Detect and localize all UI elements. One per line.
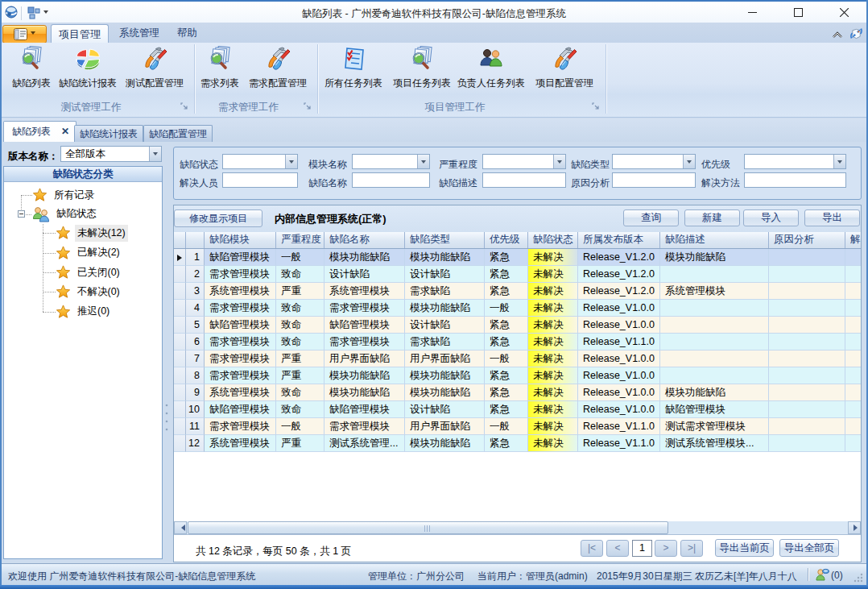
column-header-缺陷类型[interactable]: 缺陷类型 xyxy=(405,232,485,248)
ribbon-button-项目任务列表[interactable]: 项目任务列表 xyxy=(393,46,451,90)
column-header-缺陷状态[interactable]: 缺陷状态 xyxy=(528,232,578,248)
table-row-3[interactable]: 3系统管理模块严重系统管理模块需求缺陷紧急未解决Release_V1.2.0系统… xyxy=(174,283,861,300)
document-tab-2[interactable]: 缺陷统计报表 xyxy=(74,125,143,142)
combobox-arrow-icon[interactable] xyxy=(285,155,297,168)
toolbar-button-新建[interactable]: 新建 xyxy=(684,209,740,226)
ribbon-tab-1[interactable]: 项目管理 xyxy=(51,24,109,43)
splitter-handle[interactable] xyxy=(165,403,168,432)
filter-input-缺陷名称[interactable] xyxy=(352,172,430,188)
table-row-7[interactable]: 7需求管理模块严重用户界面缺陷用户界面缺陷一般未解决Release_V1.0.0 xyxy=(174,350,861,367)
ribbon-button-需求配置管理[interactable]: 需求配置管理 xyxy=(249,46,307,90)
next-page-button[interactable]: > xyxy=(655,540,677,557)
last-page-button[interactable]: >| xyxy=(680,540,703,557)
previous-page-button[interactable]: < xyxy=(606,540,629,557)
table-row-5[interactable]: 5缺陷管理模块致命缺陷管理模块设计缺陷紧急未解决Release_V1.0.0 xyxy=(174,317,861,334)
star-icon xyxy=(56,265,71,280)
filter-input-原因分析[interactable] xyxy=(612,172,696,188)
close-button[interactable] xyxy=(836,4,852,20)
scrollbar-thumb[interactable] xyxy=(188,521,668,534)
table-row-8[interactable]: 8需求管理模块严重模块功能缺陷模块功能缺陷紧急未解决Release_V1.0.0 xyxy=(174,367,861,384)
filter-select-缺陷类型[interactable] xyxy=(612,154,696,169)
document-tab-3[interactable]: 缺陷配置管理 xyxy=(143,125,213,142)
tree-item-不解决(0)[interactable]: 不解决(0) xyxy=(56,284,122,300)
ribbon-tab-3[interactable]: 帮助 xyxy=(171,24,204,43)
collapse-ribbon-icon[interactable] xyxy=(832,31,843,39)
filter-select-模块名称[interactable] xyxy=(352,154,430,169)
filter-input-缺陷描述[interactable] xyxy=(482,172,566,188)
ribbon-button-缺陷列表[interactable]: 缺陷列表 xyxy=(12,46,51,90)
tree-item-缺陷状态[interactable]: 缺陷状态 xyxy=(32,206,99,222)
page-number-input[interactable]: 1 xyxy=(632,540,652,557)
filter-select-优先级[interactable] xyxy=(744,154,846,169)
table-row-12[interactable]: 12系统管理模块严重测试系统管理...模块功能缺陷紧急未解决Release_V1… xyxy=(174,435,861,452)
horizontal-scrollbar[interactable] xyxy=(174,521,861,535)
tab-close-icon[interactable]: ✕ xyxy=(61,126,69,137)
table-row-2[interactable]: 2需求管理模块致命设计缺陷设计缺陷紧急未解决Release_V1.2.0 xyxy=(174,266,861,283)
filter-select-缺陷状态[interactable] xyxy=(222,154,298,169)
document-tab-1[interactable]: 缺陷列表✕ xyxy=(3,121,76,142)
table-row-11[interactable]: 11需求管理模块一般需求管理模块用户界面缺陷一般未解决Release_V1.1.… xyxy=(174,418,861,435)
cell-优先级: 一般 xyxy=(485,418,528,435)
ribbon-group-label: 项目管理工作 xyxy=(320,101,590,114)
cell-缺陷名称: 缺陷管理模块 xyxy=(324,401,405,418)
row-indicator-cell xyxy=(174,435,186,452)
table-row-10[interactable]: 10缺陷管理模块致命缺陷管理模块设计缺陷紧急未解决Release_V1.0.0缺… xyxy=(174,401,861,418)
column-header-所属发布版本[interactable]: 所属发布版本 xyxy=(578,232,660,248)
combobox-arrow-icon[interactable] xyxy=(683,155,695,168)
dialog-launcher-icon[interactable] xyxy=(592,102,600,110)
resize-grip[interactable] xyxy=(854,573,863,583)
column-header-缺陷模块[interactable]: 缺陷模块 xyxy=(205,232,276,248)
switch-window-icon[interactable] xyxy=(850,27,862,39)
column-header-原因分析[interactable]: 原因分析 xyxy=(769,232,845,248)
version-combobox-arrow-icon[interactable] xyxy=(149,147,161,161)
ribbon-button-所有任务列表[interactable]: 所有任务列表 xyxy=(324,46,382,90)
table-row-6[interactable]: 6需求管理模块致命需求管理模块需求缺陷紧急未解决Release_V1.1.0 xyxy=(174,334,861,350)
modify-display-items-button[interactable]: 修改显示项目 xyxy=(174,209,262,227)
table-row-9[interactable]: 9系统管理模块致命模块功能缺陷模块功能缺陷紧急未解决Release_V1.0.0… xyxy=(174,384,861,401)
filter-input-解决方法[interactable] xyxy=(744,172,846,188)
table-row-1[interactable]: 1缺陷管理模块一般模块功能缺陷模块功能缺陷紧急未解决Release_V1.2.0… xyxy=(174,249,861,266)
maximize-button[interactable] xyxy=(790,4,806,20)
tree-item-已关闭(0)[interactable]: 已关闭(0) xyxy=(56,264,122,280)
defect-status-tree: 所有记录缺陷状态未解决(12)已解决(2)已关闭(0)不解决(0)推迟(0) xyxy=(4,182,162,558)
table-row-4[interactable]: 4需求管理模块致命需求管理模块模块功能缺陷一般未解决Release_V1.0.0 xyxy=(174,300,861,317)
filter-input-解决人员[interactable] xyxy=(222,172,298,188)
combobox-arrow-icon[interactable] xyxy=(553,155,565,168)
combobox-arrow-icon[interactable] xyxy=(417,155,429,168)
application-menu-button[interactable] xyxy=(2,25,47,44)
toolbar-button-查询[interactable]: 查询 xyxy=(623,209,679,226)
scroll-right-button[interactable] xyxy=(848,521,861,534)
tree-item-未解决(12)[interactable]: 未解决(12) xyxy=(56,225,128,241)
ribbon-button-需求列表[interactable]: 需求列表 xyxy=(200,46,239,90)
toolbar-button-导出[interactable]: 导出 xyxy=(804,209,860,226)
ribbon-button-测试配置管理[interactable]: 测试配置管理 xyxy=(126,46,184,90)
column-header-优先级[interactable]: 优先级 xyxy=(485,232,528,248)
ribbon-button-项目配置管理[interactable]: 项目配置管理 xyxy=(535,46,593,90)
combobox-arrow-icon[interactable] xyxy=(833,155,845,168)
cell-严重程度: 致命 xyxy=(276,317,324,334)
tree-expander-icon[interactable] xyxy=(18,210,25,218)
minimize-button[interactable] xyxy=(744,4,760,20)
column-header-严重程度[interactable]: 严重程度 xyxy=(276,232,324,248)
cell-缺陷名称: 系统管理模块 xyxy=(324,283,405,300)
ribbon-button-负责人任务列表[interactable]: 负责人任务列表 xyxy=(457,46,525,90)
cell-原因分析 xyxy=(769,367,845,384)
tree-item-所有记录[interactable]: 所有记录 xyxy=(32,187,97,203)
version-combobox[interactable]: 全部版本 xyxy=(60,146,162,162)
dialog-launcher-icon[interactable] xyxy=(304,102,312,110)
dialog-launcher-icon[interactable] xyxy=(180,102,188,110)
tree-item-推迟(0)[interactable]: 推迟(0) xyxy=(56,304,112,320)
column-header-解决方法[interactable]: 解决方法 xyxy=(845,232,861,248)
app-menu-dropdown-icon xyxy=(31,31,35,37)
scroll-left-button[interactable] xyxy=(174,521,187,534)
column-header-缺陷描述[interactable]: 缺陷描述 xyxy=(660,232,769,248)
toolbar-button-导入[interactable]: 导入 xyxy=(743,209,799,226)
ribbon-button-缺陷统计报表[interactable]: 缺陷统计报表 xyxy=(59,46,117,90)
filter-select-严重程度[interactable] xyxy=(482,154,566,169)
first-page-button[interactable]: |< xyxy=(581,540,603,557)
export-current-page-button[interactable]: 导出当前页 xyxy=(715,539,774,557)
ribbon-tab-2[interactable]: 系统管理 xyxy=(113,24,166,43)
export-all-pages-button[interactable]: 导出全部页 xyxy=(779,539,839,557)
column-header-缺陷名称[interactable]: 缺陷名称 xyxy=(324,232,405,248)
tree-item-已解决(2)[interactable]: 已解决(2) xyxy=(56,245,122,261)
